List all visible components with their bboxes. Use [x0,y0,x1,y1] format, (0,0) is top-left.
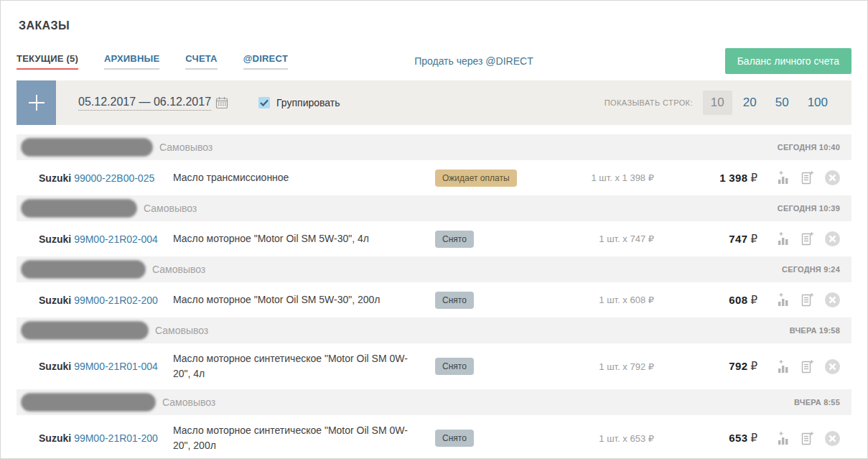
order-row: Suzuki99M00-21R01-004 Масло моторное син… [17,343,851,389]
status-cell: Снято [435,292,539,309]
total-cell: 653 ₽ [654,432,757,445]
order-row: Suzuki99000-22B00-025 Масло трансмиссион… [17,160,851,195]
delivery-method: Самовывоз [144,203,197,214]
product-description: Масло моторное "Motor Oil SM 5W-30", 4л [173,231,435,246]
chart-plus-icon[interactable] [777,170,792,185]
document-plus-icon[interactable] [801,359,816,374]
customer-name-redacted [22,200,136,217]
group-checkbox-label: Группировать [276,97,340,108]
tab-invoices[interactable]: СЧЕТА [185,53,217,70]
chart-plus-icon[interactable] [777,359,792,374]
qty-price: 1 шт. х 653 ₽ [539,433,654,444]
currency-sign: ₽ [750,360,757,372]
date-filter[interactable]: 05.12.2017 — 06.12.2017 [78,96,228,111]
currency-sign: ₽ [750,432,757,444]
total-cell: 1 398 ₽ [654,172,757,185]
remove-order-icon[interactable] [824,231,841,247]
tab-archive[interactable]: АРХИВНЫЕ [104,53,159,70]
part-number-link[interactable]: 99M00-21R02-200 [74,295,158,306]
date-range-value[interactable]: 05.12.2017 — 06.12.2017 [78,96,211,111]
status-cell: Снято [435,231,539,248]
document-plus-icon[interactable] [801,170,816,185]
document-plus-icon[interactable] [801,231,816,246]
delivery-method: Самовывоз [159,142,213,153]
customer-name-redacted [22,261,145,278]
delivery-method: Самовывоз [152,264,205,275]
total-cell: 608 ₽ [654,294,757,307]
balance-button[interactable]: Баланс личного счета [725,48,851,74]
order-total: 653 [729,432,747,444]
brand-label: Suzuki [39,432,71,444]
order-time: СЕГОДНЯ 10:40 [778,143,840,152]
calendar-icon[interactable] [215,96,228,109]
remove-order-icon[interactable] [824,292,841,308]
order-time: ВЧЕРА 19:58 [790,326,840,335]
chart-plus-icon[interactable] [777,431,792,446]
document-plus-icon[interactable] [801,292,816,307]
part-number-link[interactable]: 99M00-21R01-004 [74,361,158,372]
order-time: ВЧЕРА 8:55 [794,398,840,407]
order-total: 1 398 [719,172,747,184]
product-description: Масло трансмиссионное [173,170,435,185]
tab-direct[interactable]: @DIRECT [243,53,288,70]
qty-price: 1 шт. х 608 ₽ [539,295,654,305]
order-total: 792 [729,360,747,372]
status-badge: Снято [435,430,474,447]
row-actions [768,170,841,186]
group-header: Самовывоз ВЧЕРА 19:58 [17,317,851,343]
part-number-link[interactable]: 99000-22B00-025 [74,172,154,184]
remove-order-icon[interactable] [824,430,841,447]
rows-option-20[interactable]: 20 [735,91,765,115]
order-row: Suzuki99M00-21R02-200 Масло моторное "Mo… [17,282,851,317]
customer-name-redacted [22,322,148,339]
order-group: Самовывоз СЕГОДНЯ 9:24 Suzuki99M00-21R02… [17,256,851,317]
toolbar: 05.12.2017 — 06.12.2017 Группировать [17,80,851,125]
delivery-method: Самовывоз [155,325,208,336]
group-checkbox-wrap[interactable]: Группировать [258,97,340,108]
product-description: Масло моторное "Motor Oil SM 5W-30", 200… [173,292,435,307]
document-plus-icon[interactable] [801,431,816,446]
order-group: Самовывоз СЕГОДНЯ 10:40 Suzuki99000-22B0… [17,134,851,195]
total-cell: 747 ₽ [654,233,757,246]
order-group: Самовывоз ВЧЕРА 19:58 Suzuki99M00-21R01-… [17,317,851,389]
status-badge: Снято [435,292,474,309]
rows-option-100[interactable]: 100 [800,91,836,115]
order-row: Suzuki99M00-21R01-200 Масло моторное син… [17,415,851,459]
rows-option-10[interactable]: 10 [703,91,732,115]
remove-order-icon[interactable] [824,358,841,375]
orders-list: Самовывоз СЕГОДНЯ 10:40 Suzuki99000-22B0… [17,134,851,459]
group-header: Самовывоз СЕГОДНЯ 9:24 [17,256,851,282]
brand-part-cell: Suzuki99000-22B00-025 [39,172,173,184]
group-checkbox[interactable] [258,97,270,108]
remove-order-icon[interactable] [824,170,841,186]
page-title: ЗАКАЗЫ [19,19,851,32]
status-cell: Снято [435,430,539,447]
group-header: Самовывоз СЕГОДНЯ 10:40 [17,134,851,160]
brand-part-cell: Suzuki99M00-21R02-004 [39,233,173,245]
chart-plus-icon[interactable] [777,231,792,246]
order-time: СЕГОДНЯ 9:24 [782,265,840,274]
order-total: 608 [729,294,747,306]
tab-current[interactable]: ТЕКУЩИЕ (5) [17,53,78,70]
add-order-button[interactable] [17,80,56,125]
part-number-link[interactable]: 99M00-21R01-200 [74,432,158,444]
rows-option-50[interactable]: 50 [767,91,797,115]
brand-part-cell: Suzuki99M00-21R02-200 [39,295,173,306]
status-badge: Ожидает оплаты [435,170,517,187]
product-description: Масло моторное синтетическое "Motor Oil … [173,351,435,381]
row-actions [768,231,841,247]
currency-sign: ₽ [750,294,757,306]
brand-label: Suzuki [39,233,71,245]
brand-part-cell: Suzuki99M00-21R01-200 [39,432,173,444]
brand-label: Suzuki [39,295,71,306]
order-group: Самовывоз ВЧЕРА 8:55 Suzuki99M00-21R01-2… [17,389,851,459]
order-group: Самовывоз СЕГОДНЯ 10:39 Suzuki99M00-21R0… [17,195,851,256]
product-description: Масло моторное синтетическое "Motor Oil … [173,423,435,453]
currency-sign: ₽ [750,233,757,245]
page-size-control: ПОКАЗЫВАТЬ СТРОК: 10 20 50 100 [605,91,836,115]
order-row: Suzuki99M00-21R02-004 Масло моторное "Mo… [17,221,851,256]
part-number-link[interactable]: 99M00-21R02-004 [74,233,158,245]
sell-via-direct-link[interactable]: Продать через @DIRECT [414,55,533,67]
status-cell: Снято [435,358,539,375]
chart-plus-icon[interactable] [777,292,792,307]
